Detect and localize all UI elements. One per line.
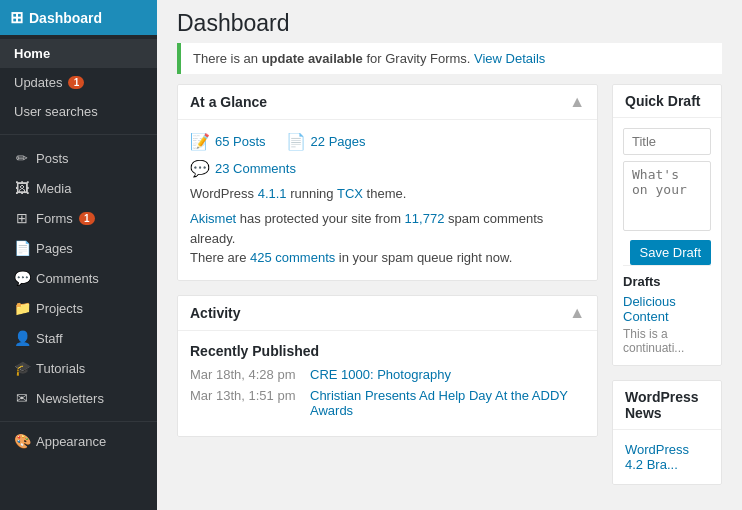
glance-stats-row: 📝 65 Posts 📄 22 Pages	[190, 132, 585, 151]
projects-label: Projects	[36, 301, 83, 316]
media-label: Media	[36, 181, 71, 196]
activity-link-1[interactable]: CRE 1000: Photography	[310, 367, 451, 382]
glance-posts-count: 65 Posts	[215, 134, 266, 149]
pages-stat-icon: 📄	[286, 132, 306, 151]
save-draft-button[interactable]: Save Draft	[630, 240, 711, 265]
newsletters-label: Newsletters	[36, 391, 104, 406]
wp-news-link-1[interactable]: WordPress 4.2 Bra...	[625, 442, 689, 472]
wp-news-body: WordPress 4.2 Bra...	[613, 430, 721, 484]
page-header: Dashboard	[157, 0, 742, 43]
forms-icon: ⊞	[14, 210, 30, 226]
theme-link[interactable]: TCX	[337, 186, 363, 201]
at-a-glance-body: 📝 65 Posts 📄 22 Pages 💬 23 Comments	[178, 120, 597, 280]
sidebar-header-label: Dashboard	[29, 10, 102, 26]
activity-collapse[interactable]: ▲	[569, 304, 585, 322]
activity-item-1: Mar 18th, 4:28 pm CRE 1000: Photography	[190, 367, 585, 382]
drafts-section: Drafts Delicious Content This is a conti…	[623, 265, 711, 355]
home-label: Home	[14, 46, 50, 61]
page-title: Dashboard	[177, 10, 722, 37]
notice-bold: update available	[262, 51, 363, 66]
activity-link-2[interactable]: Christian Presents Ad Help Day At the AD…	[310, 388, 585, 418]
glance-comments-row: 💬 23 Comments	[190, 159, 585, 178]
activity-title: Activity	[190, 305, 241, 321]
sidebar-divider-2	[0, 421, 157, 422]
sidebar-item-projects[interactable]: 📁 Projects	[0, 293, 157, 323]
glance-wp-info: WordPress 4.1.1 running TCX theme.	[190, 186, 585, 201]
newsletters-icon: ✉	[14, 390, 30, 406]
forms-label: Forms	[36, 211, 73, 226]
wp-news-title: WordPress News	[625, 389, 709, 421]
forms-badge: 1	[79, 212, 95, 225]
glance-akismet-info: Akismet has protected your site from 11,…	[190, 209, 585, 268]
wp-news-widget: WordPress News WordPress 4.2 Bra...	[612, 380, 722, 485]
sidebar-item-media[interactable]: 🖼 Media	[0, 173, 157, 203]
at-a-glance-collapse[interactable]: ▲	[569, 93, 585, 111]
sidebar-home-section: Home Updates 1 User searches	[0, 35, 157, 130]
draft-excerpt-1: This is a continuati...	[623, 327, 711, 355]
activity-widget: Activity ▲ Recently Published Mar 18th, …	[177, 295, 598, 437]
activity-date-1: Mar 18th, 4:28 pm	[190, 367, 300, 382]
glance-pages-count: 22 Pages	[311, 134, 366, 149]
quick-draft-header: Quick Draft	[613, 85, 721, 118]
sidebar-item-staff[interactable]: 👤 Staff	[0, 323, 157, 353]
right-column: Quick Draft Save Draft Drafts Delicious …	[612, 84, 722, 510]
activity-body: Recently Published Mar 18th, 4:28 pm CRE…	[178, 331, 597, 436]
comments-icon: 💬	[14, 270, 30, 286]
sidebar-item-appearance[interactable]: 🎨 Appearance	[0, 426, 157, 456]
sidebar-item-newsletters[interactable]: ✉ Newsletters	[0, 383, 157, 413]
comments-label: Comments	[36, 271, 99, 286]
at-a-glance-header: At a Glance ▲	[178, 85, 597, 120]
appearance-label: Appearance	[36, 434, 106, 449]
recently-published-label: Recently Published	[190, 343, 585, 359]
sidebar-item-home[interactable]: Home	[0, 39, 157, 68]
dashboard-icon: ⊞	[10, 8, 23, 27]
sidebar: ⊞ Dashboard Home Updates 1 User searches…	[0, 0, 157, 510]
sidebar-item-user-searches[interactable]: User searches	[0, 97, 157, 126]
akismet-link[interactable]: Akismet	[190, 211, 236, 226]
tutorials-icon: 🎓	[14, 360, 30, 376]
appearance-icon: 🎨	[14, 433, 30, 449]
activity-date-2: Mar 13th, 1:51 pm	[190, 388, 300, 418]
user-searches-label: User searches	[14, 104, 98, 119]
glance-pages-link[interactable]: 📄 22 Pages	[286, 132, 366, 151]
left-column: At a Glance ▲ 📝 65 Posts 📄 22 Pages	[177, 84, 598, 510]
wp-news-header: WordPress News	[613, 381, 721, 430]
wp-version-link[interactable]: 4.1.1	[258, 186, 287, 201]
sidebar-item-comments[interactable]: 💬 Comments	[0, 263, 157, 293]
sidebar-item-updates[interactable]: Updates 1	[0, 68, 157, 97]
notice-text: There is an update available for Gravity…	[193, 51, 545, 66]
staff-icon: 👤	[14, 330, 30, 346]
comments-stat-icon: 💬	[190, 159, 210, 178]
posts-icon: ✏	[14, 150, 30, 166]
sidebar-divider-1	[0, 134, 157, 135]
quick-draft-title: Quick Draft	[625, 93, 700, 109]
draft-title-input[interactable]	[623, 128, 711, 155]
staff-label: Staff	[36, 331, 63, 346]
at-a-glance-title: At a Glance	[190, 94, 267, 110]
drafts-title: Drafts	[623, 274, 711, 289]
sidebar-header[interactable]: ⊞ Dashboard	[0, 0, 157, 35]
at-a-glance-widget: At a Glance ▲ 📝 65 Posts 📄 22 Pages	[177, 84, 598, 281]
notice-link[interactable]: View Details	[474, 51, 545, 66]
sidebar-item-pages[interactable]: 📄 Pages	[0, 233, 157, 263]
sidebar-item-posts[interactable]: ✏ Posts	[0, 143, 157, 173]
glance-comments-count: 23 Comments	[215, 161, 296, 176]
sidebar-main-section: ✏ Posts 🖼 Media ⊞ Forms 1 📄 Pages 💬 Comm…	[0, 139, 157, 417]
spam-count-link[interactable]: 11,772	[405, 211, 445, 226]
sidebar-item-forms[interactable]: ⊞ Forms 1	[0, 203, 157, 233]
spam-queue-link[interactable]: 425 comments	[250, 250, 335, 265]
draft-content-input[interactable]	[623, 161, 711, 231]
quick-draft-widget: Quick Draft Save Draft Drafts Delicious …	[612, 84, 722, 366]
content-area: At a Glance ▲ 📝 65 Posts 📄 22 Pages	[157, 84, 742, 510]
tutorials-label: Tutorials	[36, 361, 85, 376]
glance-posts-link[interactable]: 📝 65 Posts	[190, 132, 266, 151]
sidebar-item-tutorials[interactable]: 🎓 Tutorials	[0, 353, 157, 383]
draft-item-link-1[interactable]: Delicious Content	[623, 294, 711, 324]
media-icon: 🖼	[14, 180, 30, 196]
updates-label: Updates	[14, 75, 62, 90]
notice-bar: There is an update available for Gravity…	[177, 43, 722, 74]
posts-stat-icon: 📝	[190, 132, 210, 151]
glance-comments-link[interactable]: 💬 23 Comments	[190, 159, 585, 178]
quick-draft-body: Save Draft Drafts Delicious Content This…	[613, 118, 721, 365]
projects-icon: 📁	[14, 300, 30, 316]
